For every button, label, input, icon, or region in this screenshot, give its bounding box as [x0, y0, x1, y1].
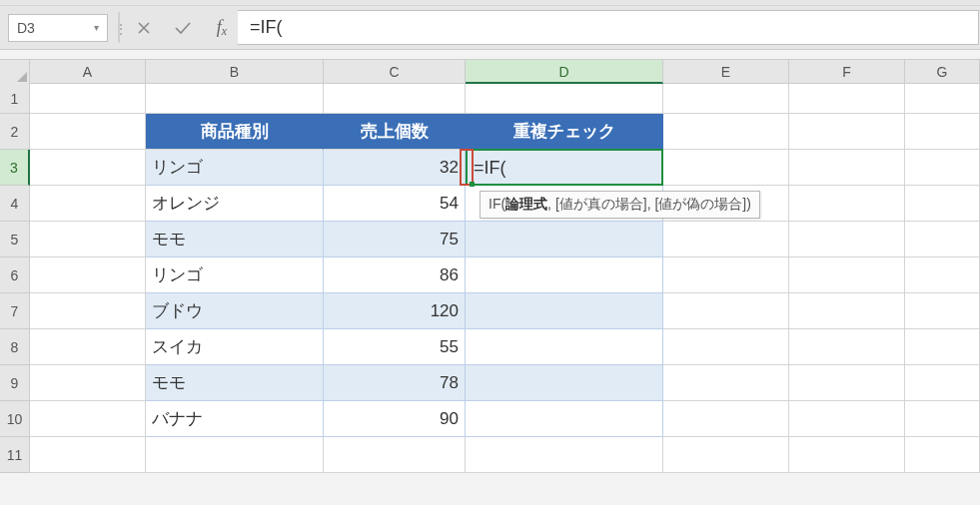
cell-F11[interactable]: [789, 437, 905, 473]
cell-D3[interactable]: =IF(: [466, 150, 663, 186]
cell-D6[interactable]: [466, 257, 663, 293]
function-tooltip[interactable]: IF(論理式, [値が真の場合], [値が偽の場合]): [480, 191, 760, 219]
row-header-6[interactable]: 6: [0, 257, 30, 293]
cell-E6[interactable]: [663, 257, 789, 293]
cell-F4[interactable]: [789, 186, 905, 222]
row-header-8[interactable]: 8: [0, 329, 30, 365]
cell-C8[interactable]: 55: [324, 329, 466, 365]
cell-E10[interactable]: [663, 401, 789, 437]
cell-E11[interactable]: [663, 437, 789, 473]
cell-A4[interactable]: [30, 186, 146, 222]
cell-B8[interactable]: スイカ: [146, 329, 324, 365]
cell-F5[interactable]: [789, 222, 905, 257]
cell-G9[interactable]: [905, 365, 980, 401]
cell-F10[interactable]: [789, 401, 905, 437]
cell-G1[interactable]: [905, 84, 980, 114]
row-header-9[interactable]: 9: [0, 365, 30, 401]
cell-E1[interactable]: [663, 84, 789, 114]
table-header-qty[interactable]: 売上個数: [324, 114, 466, 150]
row-header-1[interactable]: 1: [0, 84, 30, 114]
formula-bar-grip[interactable]: [118, 12, 120, 43]
cell-B6[interactable]: リンゴ: [146, 257, 324, 293]
cell-A5[interactable]: [30, 222, 146, 257]
row-header-11[interactable]: 11: [0, 437, 30, 473]
cell-G8[interactable]: [905, 329, 980, 365]
row-header-2[interactable]: 2: [0, 114, 30, 150]
cell-F1[interactable]: [789, 84, 905, 114]
cell-G5[interactable]: [905, 222, 980, 257]
cell-C5[interactable]: 75: [324, 222, 466, 257]
cell-B10[interactable]: バナナ: [146, 401, 324, 437]
cell-E8[interactable]: [663, 329, 789, 365]
cell-D5[interactable]: [466, 222, 663, 257]
col-header-E[interactable]: E: [663, 60, 789, 83]
cell-E7[interactable]: [663, 293, 789, 329]
cell-F8[interactable]: [789, 329, 905, 365]
formula-input[interactable]: =IF(: [238, 10, 979, 45]
cell-C9[interactable]: 78: [324, 365, 466, 401]
cell-E5[interactable]: [663, 222, 789, 257]
cell-A8[interactable]: [30, 329, 146, 365]
cell-B5[interactable]: モモ: [146, 222, 324, 257]
cell-D10[interactable]: [466, 401, 663, 437]
cell-E3[interactable]: [663, 150, 789, 186]
cell-A7[interactable]: [30, 293, 146, 329]
cell-F3[interactable]: [789, 150, 905, 186]
cell-B7[interactable]: ブドウ: [146, 293, 324, 329]
cell-D1[interactable]: [466, 84, 663, 114]
cell-D11[interactable]: [466, 437, 663, 473]
cell-A10[interactable]: [30, 401, 146, 437]
cell-C6[interactable]: 86: [324, 257, 466, 293]
fx-icon[interactable]: fx: [212, 17, 232, 38]
cell-A2[interactable]: [30, 114, 146, 150]
cell-C10[interactable]: 90: [324, 401, 466, 437]
cell-A1[interactable]: [30, 84, 146, 114]
cell-D7[interactable]: [466, 293, 663, 329]
cell-E2[interactable]: [663, 114, 789, 150]
cell-D8[interactable]: [466, 329, 663, 365]
row-header-7[interactable]: 7: [0, 293, 30, 329]
cell-F6[interactable]: [789, 257, 905, 293]
cancel-icon[interactable]: [136, 20, 156, 36]
cell-A6[interactable]: [30, 257, 146, 293]
cell-D9[interactable]: [466, 365, 663, 401]
row-header-4[interactable]: 4: [0, 186, 30, 222]
col-header-G[interactable]: G: [905, 60, 980, 83]
cell-A9[interactable]: [30, 365, 146, 401]
enter-check-icon[interactable]: [174, 20, 194, 36]
table-header-dup[interactable]: 重複チェック: [466, 114, 663, 150]
cell-B3[interactable]: リンゴ: [146, 150, 324, 186]
cell-B11[interactable]: [146, 437, 324, 473]
cell-B9[interactable]: モモ: [146, 365, 324, 401]
cell-C3[interactable]: 32: [324, 150, 466, 186]
cell-F7[interactable]: [789, 293, 905, 329]
cell-B1[interactable]: [146, 84, 324, 114]
col-header-F[interactable]: F: [789, 60, 905, 83]
name-box[interactable]: D3 ▾: [8, 14, 108, 42]
cell-A11[interactable]: [30, 437, 146, 473]
row-header-3[interactable]: 3: [0, 150, 30, 186]
chevron-down-icon[interactable]: ▾: [94, 22, 99, 33]
cell-C1[interactable]: [324, 84, 466, 114]
cell-G11[interactable]: [905, 437, 980, 473]
cell-C11[interactable]: [324, 437, 466, 473]
table-header-product[interactable]: 商品種別: [146, 114, 324, 150]
cell-A3[interactable]: [30, 150, 146, 186]
col-header-C[interactable]: C: [324, 60, 466, 83]
cell-C4[interactable]: 54: [324, 186, 466, 222]
cell-E9[interactable]: [663, 365, 789, 401]
cell-G3[interactable]: [905, 150, 980, 186]
cell-C7[interactable]: 120: [324, 293, 466, 329]
cell-G7[interactable]: [905, 293, 980, 329]
cell-G10[interactable]: [905, 401, 980, 437]
row-header-5[interactable]: 5: [0, 222, 30, 257]
cell-B4[interactable]: オレンジ: [146, 186, 324, 222]
cell-G4[interactable]: [905, 186, 980, 222]
col-header-D[interactable]: D: [466, 60, 663, 84]
cell-F2[interactable]: [789, 114, 905, 150]
cell-F9[interactable]: [789, 365, 905, 401]
col-header-A[interactable]: A: [30, 60, 146, 83]
cell-G2[interactable]: [905, 114, 980, 150]
row-header-10[interactable]: 10: [0, 401, 30, 437]
select-all-corner[interactable]: [0, 60, 30, 84]
